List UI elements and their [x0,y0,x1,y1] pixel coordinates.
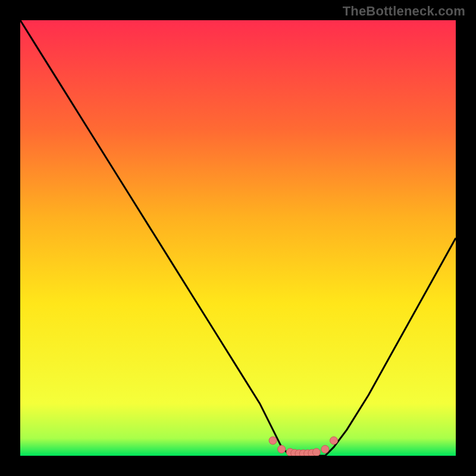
optimal-marker [269,437,277,444]
plot-svg [20,20,456,456]
optimal-marker [278,446,286,453]
plot-area [20,20,456,456]
gradient-background [20,20,456,456]
optimal-marker [312,449,320,456]
optimal-marker [321,446,329,453]
optimal-marker [330,437,338,444]
watermark-text: TheBottleneck.com [343,4,465,19]
chart-frame: TheBottleneck.com [0,0,476,476]
